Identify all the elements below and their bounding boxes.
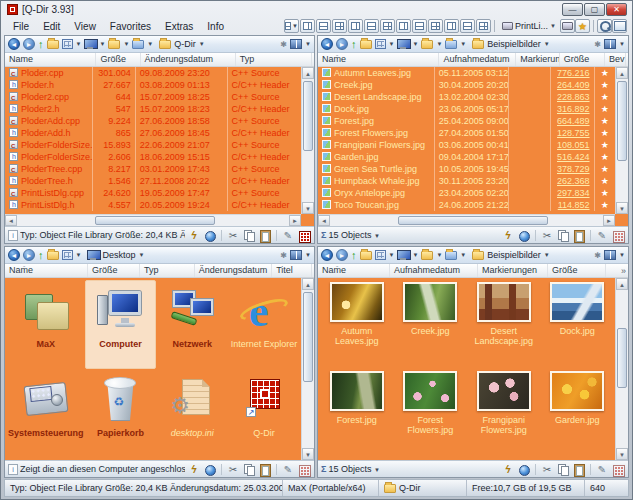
column-header-titel[interactable]: Titel: [272, 264, 312, 277]
desktop-item-q-dir[interactable]: ↗Q-Dir: [228, 369, 300, 458]
tr-status-text[interactable]: 15 Objects ▼: [328, 230, 499, 240]
file-row[interactable]: Dock.jpg23.06.2005 05:17316.892★: [318, 103, 615, 115]
scroll-left-arrow[interactable]: ◄: [318, 215, 330, 226]
file-row[interactable]: Frangipani Flowers.jpg03.06.2005 00:4110…: [318, 139, 615, 151]
scroll-thumb[interactable]: [617, 81, 627, 161]
view-mode-button[interactable]: [62, 250, 73, 260]
drives-dropdown[interactable]: [397, 39, 409, 49]
address-bar[interactable]: Desktop ▼: [84, 250, 277, 260]
column-header-gre[interactable]: Größe: [548, 264, 606, 277]
scroll-right-arrow[interactable]: ►: [289, 215, 301, 226]
copy-icon[interactable]: [556, 463, 570, 476]
scroll-left-arrow[interactable]: ◄: [5, 215, 17, 226]
scroll-right-arrow[interactable]: ►: [603, 215, 615, 226]
br-status-text[interactable]: 15 Objects ▼: [328, 464, 499, 474]
desktop-item-max[interactable]: MaX: [7, 280, 85, 369]
scroll-thumb[interactable]: [95, 216, 215, 225]
pane-switch-button[interactable]: [604, 39, 616, 49]
layout-tabs[interactable]: [460, 19, 475, 33]
refresh-icon[interactable]: ϟ: [501, 463, 515, 476]
view-mode-button[interactable]: [375, 39, 386, 49]
pane-switch-button[interactable]: [290, 39, 302, 49]
forward-button[interactable]: ►: [336, 38, 348, 50]
layout-3-top[interactable]: [348, 19, 363, 33]
forward-button[interactable]: ►: [23, 38, 35, 50]
scroll-down-arrow[interactable]: ▼: [302, 202, 314, 214]
up-button[interactable]: ↑: [38, 39, 44, 50]
quick-actions-icon[interactable]: ✱: [594, 251, 601, 260]
panel-toggle-button[interactable]: [612, 19, 627, 33]
file-row[interactable]: Garden.jpg09.04.2004 17:17516.424★: [318, 151, 615, 163]
file-row[interactable]: PloderTree.cpp8.21703.01.2009 17:43C++ S…: [5, 163, 301, 175]
pane-switch-button[interactable]: [604, 250, 616, 260]
br-vertical-scrollbar[interactable]: ▲ ▼: [615, 278, 628, 460]
column-header-bev[interactable]: Bev: [605, 53, 626, 66]
folder-history-button[interactable]: [47, 40, 59, 49]
thumbnail-item[interactable]: Garden.jpg: [541, 371, 615, 460]
column-header-gre[interactable]: Größe: [88, 264, 140, 277]
edit-icon[interactable]: ✎: [281, 463, 295, 476]
forward-button[interactable]: ►: [336, 249, 348, 261]
bl-vertical-scrollbar[interactable]: ▲ ▼: [301, 278, 314, 460]
layout-2-vertical-b[interactable]: [380, 19, 395, 33]
layout-2-stack[interactable]: [444, 19, 459, 33]
globe-icon[interactable]: [517, 463, 531, 476]
file-row[interactable]: Ploder2.cpp64415.07.2009 18:25C++ Source: [5, 91, 301, 103]
desktop-item-desktop-ini[interactable]: ⚙desktop.ini: [156, 369, 228, 458]
scroll-thumb[interactable]: [398, 216, 548, 225]
folder-history-button[interactable]: [360, 251, 372, 260]
special-folders-dropdown[interactable]: [445, 40, 457, 49]
file-row[interactable]: PloderTree.h1.54627.11.2008 20:22C/C++ H…: [5, 175, 301, 187]
layout-3-left[interactable]: [396, 19, 411, 33]
layout-quad[interactable]: [300, 19, 315, 33]
scroll-thumb[interactable]: [303, 292, 313, 382]
folder-history-button[interactable]: [47, 251, 59, 260]
drives-dropdown[interactable]: [84, 39, 96, 49]
column-header-name[interactable]: Name: [5, 53, 96, 66]
tr-horizontal-scrollbar[interactable]: ◄ ►: [318, 214, 615, 226]
cut-icon[interactable]: ✂: [540, 463, 554, 476]
tr-vertical-scrollbar[interactable]: ▲ ▼: [615, 67, 628, 214]
desktop-item-computer[interactable]: Computer: [85, 280, 157, 369]
scroll-up-arrow[interactable]: ▲: [616, 67, 628, 79]
file-row[interactable]: Toco Toucan.jpg24.06.2005 21:22114.852★: [318, 199, 615, 211]
folder-history-button[interactable]: [360, 40, 372, 49]
thumbnail-item[interactable]: Creek.jpg: [394, 282, 468, 371]
address-bar[interactable]: Beispielbilder ▼: [469, 39, 591, 49]
up-button[interactable]: ↑: [351, 39, 357, 50]
cut-icon[interactable]: ✂: [226, 229, 240, 242]
menu-view[interactable]: View: [67, 19, 103, 34]
layout-quad-b[interactable]: [428, 19, 443, 33]
layout-selector[interactable]: ▼: [284, 19, 299, 33]
paste-icon[interactable]: [572, 229, 586, 242]
desktop-item-papierkorb[interactable]: ♻Papierkorb: [85, 369, 157, 458]
file-row[interactable]: Ploder.h27.66703.08.2009 01:13C/C++ Head…: [5, 79, 301, 91]
globe-icon[interactable]: [517, 229, 531, 242]
file-row[interactable]: PrintListDlg.cpp24.62019.05.2009 17:47C+…: [5, 187, 301, 199]
print-button[interactable]: [560, 19, 575, 33]
file-row[interactable]: Green Sea Turtle.jpg10.05.2005 19:45378.…: [318, 163, 615, 175]
quick-actions-icon[interactable]: ✱: [280, 40, 287, 49]
scroll-thumb[interactable]: [617, 328, 627, 388]
menu-info[interactable]: Info: [200, 19, 231, 34]
title-bar[interactable]: [Q-Dir 3.93] — ▢ ✕: [4, 1, 629, 17]
pane-switch-button[interactable]: [290, 250, 302, 260]
menu-extras[interactable]: Extras: [158, 19, 200, 34]
thumbnail-item[interactable]: Frangipani Flowers.jpg: [467, 371, 541, 460]
back-button[interactable]: ◄: [321, 38, 333, 50]
scroll-down-arrow[interactable]: ▼: [616, 448, 628, 460]
maximize-button[interactable]: ▢: [584, 3, 605, 16]
copy-icon[interactable]: [242, 229, 256, 242]
column-header-typ[interactable]: Typ: [140, 264, 195, 277]
edit-icon[interactable]: ✎: [281, 229, 295, 242]
column-header-aufnahmedatum[interactable]: Aufnahmedatum: [390, 264, 478, 277]
back-button[interactable]: ◄: [8, 249, 20, 261]
layout-single[interactable]: [476, 19, 491, 33]
refresh-icon[interactable]: ϟ: [187, 229, 201, 242]
cut-icon[interactable]: ✂: [226, 463, 240, 476]
thumbnail-item[interactable]: Forest.jpg: [320, 371, 394, 460]
scroll-down-arrow[interactable]: ▼: [302, 448, 314, 460]
file-row[interactable]: Autumn Leaves.jpg05.11.2005 03:12776.216…: [318, 67, 615, 79]
file-row[interactable]: PloderAdd.h86527.06.2009 18:45C/C++ Head…: [5, 127, 301, 139]
search-button[interactable]: [597, 19, 612, 33]
